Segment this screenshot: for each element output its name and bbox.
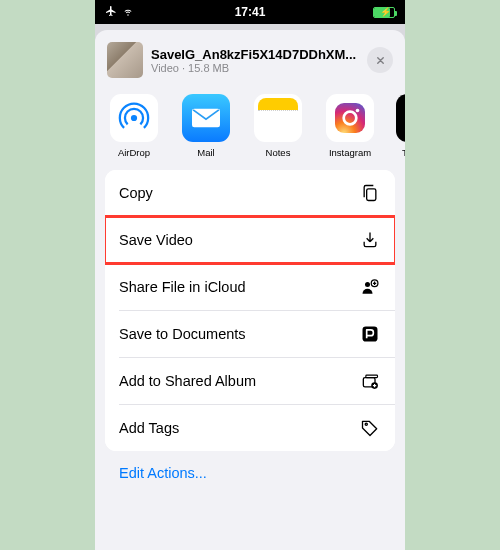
app-mail[interactable]: Mail [179,94,233,158]
action-save-documents[interactable]: Save to Documents [105,311,395,357]
airplane-mode-icon [105,5,117,20]
action-label: Save Video [119,232,193,248]
action-add-tags[interactable]: Add Tags [105,405,395,451]
actions-list: CopySave VideoShare File in iCloudSave t… [105,170,395,451]
file-thumbnail [107,42,143,78]
clock: 17:41 [202,5,299,19]
app-next[interactable]: T [395,94,405,158]
close-button[interactable] [367,47,393,73]
app-instagram[interactable]: Instagram [323,94,377,158]
phone-frame: 17:41 ⚡ SaveIG_An8kzFi5X14D7DDhXM... Vid… [95,0,405,550]
file-name: SaveIG_An8kzFi5X14D7DDhXM... [151,47,359,62]
action-save-video[interactable]: Save Video [105,217,395,263]
svg-point-4 [356,109,360,113]
action-copy[interactable]: Copy [105,170,395,216]
file-subtitle: Video · 15.8 MB [151,62,359,74]
wifi-icon [121,5,135,20]
svg-point-0 [131,115,137,121]
documents-app-icon [359,323,381,345]
action-add-shared-album[interactable]: Add to Shared Album [105,358,395,404]
share-sheet: SaveIG_An8kzFi5X14D7DDhXM... Video · 15.… [95,30,405,550]
action-label: Save to Documents [119,326,246,342]
app-notes[interactable]: Notes [251,94,305,158]
action-label: Share File in iCloud [119,279,246,295]
action-share-icloud[interactable]: Share File in iCloud [105,264,395,310]
svg-point-6 [365,282,370,287]
svg-rect-2 [335,103,365,133]
edit-actions-button[interactable]: Edit Actions... [105,451,395,495]
action-label: Copy [119,185,153,201]
file-header: SaveIG_An8kzFi5X14D7DDhXM... Video · 15.… [95,38,405,88]
shared-album-icon [359,370,381,392]
next-app-icon [396,94,405,142]
action-label: Add to Shared Album [119,373,256,389]
svg-point-12 [365,423,367,425]
tag-icon [359,417,381,439]
download-icon [359,229,381,251]
action-label: Add Tags [119,420,179,436]
svg-rect-5 [367,189,376,201]
svg-rect-10 [366,375,378,378]
app-airdrop[interactable]: AirDrop [107,94,161,158]
mail-icon [182,94,230,142]
notes-icon [254,94,302,142]
apps-row: AirDrop Mail Notes [95,88,405,170]
instagram-icon [326,94,374,142]
person-cloud-icon [359,276,381,298]
copy-icon [359,182,381,204]
status-bar: 17:41 ⚡ [95,0,405,24]
battery-icon: ⚡ [373,7,395,18]
airdrop-icon [110,94,158,142]
close-icon [375,55,386,66]
svg-rect-8 [363,327,378,342]
